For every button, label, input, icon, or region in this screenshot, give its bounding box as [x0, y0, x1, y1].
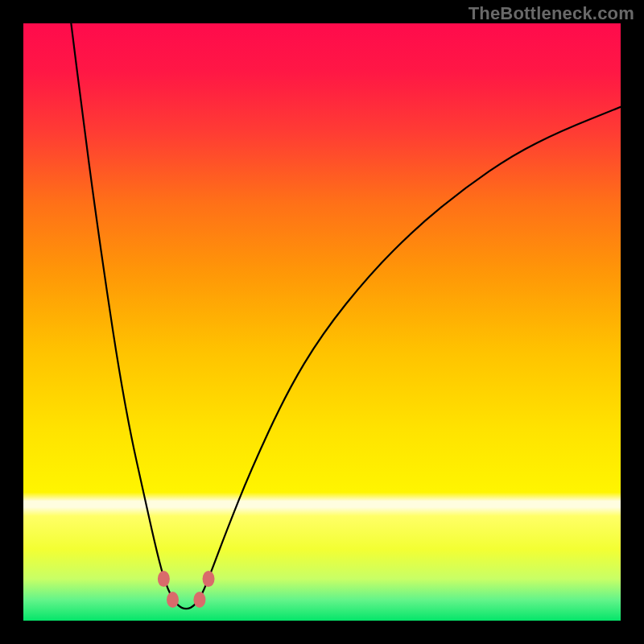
curve-marker: [158, 571, 170, 587]
plot-area: [23, 23, 621, 621]
watermark-text: TheBottleneck.com: [469, 3, 634, 24]
curve-marker: [193, 592, 205, 608]
curve-marker: [203, 571, 215, 587]
bottleneck-curve: [23, 23, 621, 621]
curve-marker: [167, 592, 179, 608]
chart-frame: TheBottleneck.com: [0, 0, 644, 644]
